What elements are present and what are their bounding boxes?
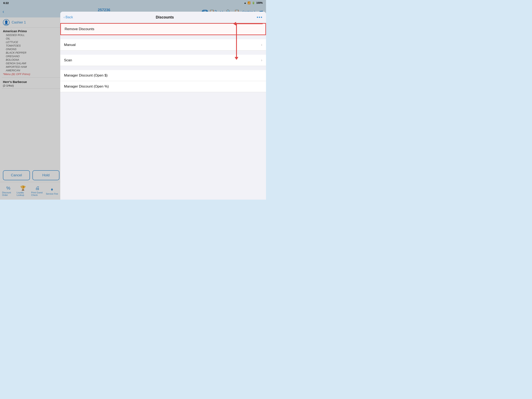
section-gap <box>60 66 266 70</box>
discounts-modal: ‹ Back Discounts ••• Remove Discounts Ma… <box>60 12 266 200</box>
back-chevron-icon: ‹ <box>63 15 65 19</box>
manual-chevron-icon: › <box>261 43 262 47</box>
manager-dollar-label: Manager Discount (Open $) <box>64 73 262 77</box>
discounts-title: Discounts <box>73 15 257 19</box>
annotation-arrow-down <box>236 24 237 57</box>
scan-discount-button[interactable]: Scan › <box>60 55 266 66</box>
section-gap <box>60 51 266 55</box>
discounts-back-button[interactable]: ‹ Back <box>63 15 73 19</box>
discounts-header: ‹ Back Discounts ••• <box>60 12 266 23</box>
discounts-list: Remove Discounts Manual › Scan › Manager… <box>60 23 266 200</box>
manager-discount-percent-button[interactable]: Manager Discount (Open %) <box>60 81 266 92</box>
manual-label: Manual <box>64 43 261 47</box>
section-gap <box>60 35 266 39</box>
scan-chevron-icon: › <box>261 58 262 62</box>
manual-discount-button[interactable]: Manual › <box>60 39 266 51</box>
discounts-overlay: ‹ Back Discounts ••• Remove Discounts Ma… <box>0 0 266 200</box>
scan-label: Scan <box>64 58 261 62</box>
back-label: Back <box>65 15 73 19</box>
manager-percent-label: Manager Discount (Open %) <box>64 84 262 89</box>
remove-discounts-label: Remove Discounts <box>65 27 262 31</box>
discounts-more-button[interactable]: ••• <box>257 14 263 20</box>
manager-discount-dollar-button[interactable]: Manager Discount (Open $) <box>60 70 266 81</box>
annotation-arrow-right <box>236 23 263 24</box>
